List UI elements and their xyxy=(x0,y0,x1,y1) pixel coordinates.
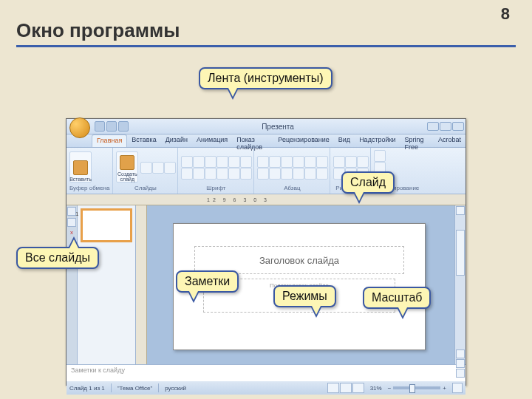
view-mode-buttons[interactable] xyxy=(327,383,364,393)
vertical-ruler xyxy=(136,205,147,364)
sorter-view-icon[interactable] xyxy=(340,383,352,393)
group-clipboard: Вставить Буфер обмена xyxy=(66,148,113,194)
callout-ribbon: Лента (инструменты) xyxy=(199,67,332,89)
window-title: Презента xyxy=(129,123,427,131)
slides-outline-tabs[interactable]: x xyxy=(66,205,78,364)
ribbon-tabs: Главная Вставка Дизайн Анимация Показ сл… xyxy=(66,134,466,148)
group-paragraph: Абзац xyxy=(254,148,330,194)
tab-addins[interactable]: Надстройки xyxy=(355,134,400,147)
page-number: 8 xyxy=(501,4,510,24)
tab-view[interactable]: Вид xyxy=(334,134,355,147)
tab-home[interactable]: Главная xyxy=(92,134,127,147)
vertical-scrollbar[interactable] xyxy=(454,205,466,364)
callout-notes-text: Заметки xyxy=(185,275,230,287)
normal-view-icon[interactable] xyxy=(327,383,339,393)
maximize-button[interactable] xyxy=(440,122,451,131)
tab-slideshow[interactable]: Показ слайдов xyxy=(232,134,273,147)
work-area: x Заголовок слайда Подзаголовок слайда xyxy=(66,205,466,364)
tab-spring[interactable]: Spring Free xyxy=(400,134,434,147)
ribbon: Вставить Буфер обмена Создать слайд Слай… xyxy=(66,148,466,194)
callout-modes-text: Режимы xyxy=(282,290,327,302)
callout-notes: Заметки xyxy=(176,270,239,293)
slide-thumbnails-pane[interactable] xyxy=(78,205,136,364)
notes-pane[interactable]: Заметки к слайду xyxy=(66,364,466,381)
close-button[interactable] xyxy=(452,122,464,131)
callout-all-slides-text: Все слайды xyxy=(25,251,90,264)
tab-insert[interactable]: Вставка xyxy=(127,134,160,147)
office-button[interactable] xyxy=(69,117,90,138)
new-slide-icon xyxy=(120,155,134,170)
status-bar: Слайд 1 из 1 "Тема Office" русский 31% −… xyxy=(66,381,466,395)
tab-review[interactable]: Рецензирование xyxy=(273,134,334,147)
minimize-button[interactable] xyxy=(427,122,439,131)
new-slide-button[interactable]: Создать слайд xyxy=(116,151,138,183)
status-language[interactable]: русский xyxy=(165,385,186,392)
app-window: Презента Главная Вставка Дизайн Анимация… xyxy=(66,118,466,386)
status-theme: "Тема Office" xyxy=(117,385,153,392)
zoom-value[interactable]: 31% xyxy=(370,385,382,392)
callout-slide-text: Слайд xyxy=(350,176,386,188)
status-slide-count: Слайд 1 из 1 xyxy=(69,385,105,392)
tab-acrobat[interactable]: Acrobat xyxy=(434,134,466,147)
quick-access-toolbar[interactable] xyxy=(95,121,129,132)
zoom-slider[interactable]: −+ xyxy=(388,385,446,392)
callout-zoom: Масштаб xyxy=(363,287,431,309)
page-title: Окно программы xyxy=(16,19,516,42)
horizontal-ruler: 12 9 6 3 0 3 xyxy=(66,194,466,205)
callout-all-slides: Все слайды xyxy=(16,247,99,269)
fit-to-window-icon[interactable] xyxy=(452,383,463,393)
title-rule xyxy=(16,45,516,47)
slideshow-view-icon[interactable] xyxy=(352,383,364,393)
callout-zoom-text: Масштаб xyxy=(372,291,422,304)
paste-button[interactable]: Вставить xyxy=(69,151,92,183)
callout-modes: Режимы xyxy=(273,285,336,307)
callout-slide: Слайд xyxy=(341,171,395,194)
slide-thumbnail-1[interactable] xyxy=(81,208,132,242)
group-slides: Создать слайд Слайды xyxy=(113,148,178,194)
window-titlebar: Презента xyxy=(66,119,466,134)
group-font: Шрифт xyxy=(178,148,254,194)
paste-icon xyxy=(73,160,88,175)
tab-animation[interactable]: Анимация xyxy=(192,134,232,147)
callout-ribbon-text: Лента (инструменты) xyxy=(208,72,324,84)
tab-design[interactable]: Дизайн xyxy=(161,134,192,147)
